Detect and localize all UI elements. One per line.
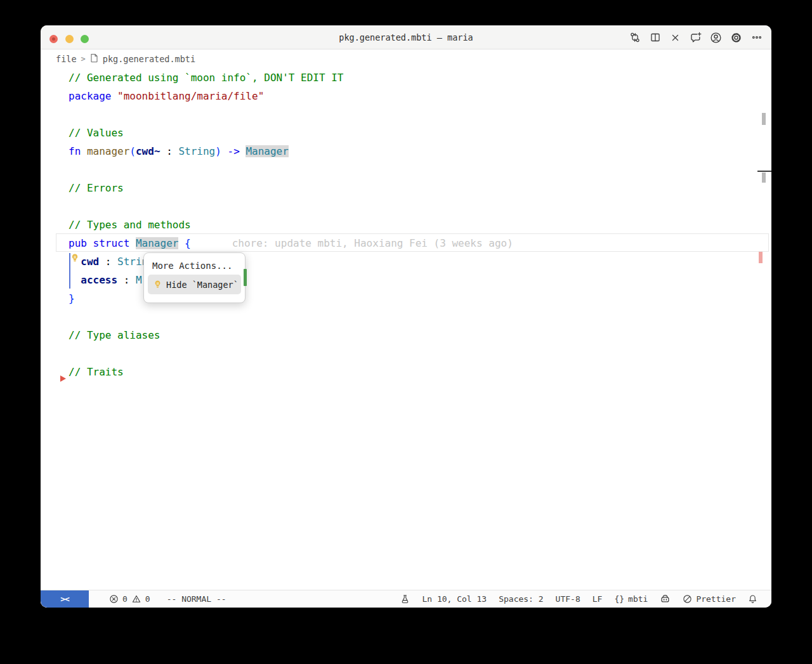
code-line[interactable]: package "moonbitlang/maria/file" [41, 87, 771, 105]
formatter-label: Prettier [696, 594, 736, 604]
settings-gear-icon[interactable] [730, 32, 742, 44]
code-area[interactable]: // Generated using `moon info`, DON'T ED… [41, 68, 771, 381]
remote-icon: >< [60, 594, 69, 604]
code-line[interactable] [41, 197, 771, 216]
copilot-icon[interactable] [660, 594, 671, 604]
popup-item-hide-manager[interactable]: Hide `Manager` [148, 275, 241, 294]
formatter-indicator[interactable]: Prettier [683, 594, 736, 604]
zoom-window-button[interactable] [81, 35, 89, 43]
bell-icon[interactable] [748, 594, 757, 604]
encoding-indicator[interactable]: UTF-8 [556, 594, 580, 604]
code-line[interactable] [41, 105, 771, 124]
code-line[interactable] [41, 160, 771, 179]
vscode-window: pkg.generated.mbti — maria [41, 25, 771, 608]
code-line[interactable]: fn manager(cwd~ : String) -> Manager [41, 142, 771, 160]
chevron-right-icon: > [81, 55, 86, 63]
split-editor-icon[interactable] [649, 32, 661, 44]
code-line[interactable]: // Values [41, 124, 771, 142]
minimize-window-button[interactable] [65, 35, 74, 43]
code-line[interactable] [41, 344, 771, 363]
titlebar: pkg.generated.mbti — maria [41, 25, 771, 49]
popup-header: More Actions... [148, 258, 241, 275]
warning-icon [131, 594, 141, 604]
breadcrumb-folder[interactable]: file [56, 54, 77, 64]
code-line[interactable]: // Types and methods [41, 216, 771, 234]
warning-count: 0 [145, 594, 150, 604]
breadcrumb: file > pkg.generated.mbti [41, 49, 771, 68]
vim-mode-indicator[interactable]: -- NORMAL -- [167, 594, 226, 604]
code-line[interactable]: // Type aliases [41, 326, 771, 344]
lightbulb-icon[interactable] [70, 253, 80, 263]
braces-icon: {} [614, 594, 624, 604]
remote-indicator[interactable]: >< [41, 590, 89, 608]
eol-indicator[interactable]: LF [593, 594, 603, 604]
more-actions-icon[interactable] [750, 32, 763, 44]
account-icon[interactable] [710, 32, 722, 44]
close-editor-icon[interactable] [669, 32, 681, 44]
close-window-button[interactable] [49, 35, 58, 43]
statusbar: >< 0 0 -- NORMAL -- Ln 10, Col 13 Spaces… [41, 590, 771, 608]
titlebar-actions [629, 25, 763, 49]
source-control-graph-icon[interactable] [629, 32, 641, 44]
language-label: mbti [628, 594, 648, 604]
popup-item-label: Hide `Manager` [166, 280, 239, 290]
indentation-indicator[interactable]: Spaces: 2 [499, 594, 543, 604]
code-line[interactable]: // Traits [41, 363, 771, 381]
circle-slash-icon [683, 594, 692, 604]
code-line[interactable] [41, 308, 771, 326]
code-line[interactable]: pub struct Manager {chore: update mbti, … [41, 234, 771, 252]
language-indicator[interactable]: {} mbti [614, 594, 648, 604]
problems-indicator[interactable]: 0 0 [109, 594, 150, 604]
beaker-icon[interactable] [400, 594, 410, 604]
lightbulb-icon [153, 280, 162, 289]
red-arrow-marker [60, 375, 66, 382]
editor[interactable]: // Generated using `moon info`, DON'T ED… [41, 68, 771, 590]
error-icon [109, 594, 119, 604]
cursor-position[interactable]: Ln 10, Col 13 [422, 594, 487, 604]
breadcrumb-file[interactable]: pkg.generated.mbti [103, 54, 195, 64]
quick-fix-popup: More Actions... Hide `Manager` [143, 252, 246, 303]
file-icon [90, 53, 98, 65]
green-change-marker [244, 269, 247, 286]
error-count: 0 [122, 594, 128, 604]
code-line[interactable]: // Errors [41, 179, 771, 197]
code-line[interactable]: // Generated using `moon info`, DON'T ED… [41, 68, 771, 87]
chat-sparkle-icon[interactable] [690, 32, 702, 44]
